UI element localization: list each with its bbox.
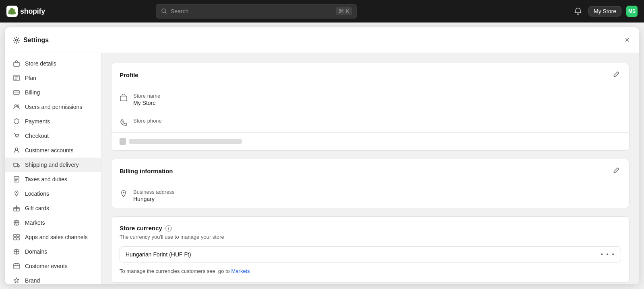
search-box[interactable]: Search ⌘ K (156, 4, 357, 18)
sidebar-item-apps-label: Apps and sales channels (25, 234, 88, 240)
sidebar-item-shipping-delivery[interactable]: ➤ Shipping and delivery (5, 158, 101, 172)
svg-point-12 (14, 166, 16, 168)
sidebar-item-gift-cards[interactable]: Gift cards (5, 201, 101, 215)
main-content: Profile Store name My S (101, 53, 639, 284)
store-phone-content: Store phone (133, 118, 162, 125)
info-icon[interactable]: i (165, 225, 172, 232)
gift-cards-icon (13, 205, 20, 212)
sidebar-item-plan[interactable]: Plan (5, 71, 101, 85)
currency-footer: To manage the currencies customers see, … (120, 268, 621, 274)
sidebar-item-store-details-label: Store details (25, 60, 56, 67)
sidebar-item-markets[interactable]: Markets (5, 215, 101, 230)
sidebar-item-customer-events-label: Customer events (25, 263, 68, 269)
store-name-value: My Store (133, 100, 160, 106)
email-value-blurred (129, 139, 242, 144)
notifications-button[interactable] (572, 6, 584, 17)
svg-rect-19 (17, 234, 19, 237)
svg-point-13 (18, 166, 19, 168)
dialog-close-button[interactable]: × (623, 34, 631, 46)
svg-point-6 (15, 105, 17, 107)
settings-icon (13, 37, 20, 44)
svg-rect-5 (14, 90, 19, 94)
currency-footer-text: To manage the currencies customers see, … (120, 268, 230, 274)
search-container: Search ⌘ K (156, 4, 357, 18)
billing-card-header: Billing information (111, 159, 629, 183)
apps-icon (13, 234, 20, 241)
store-details-icon (13, 60, 20, 67)
sidebar-item-customer-accounts[interactable]: Customer accounts (5, 143, 101, 158)
profile-edit-button[interactable] (611, 70, 621, 80)
sidebar-item-customer-accounts-label: Customer accounts (25, 147, 74, 154)
sidebar-item-markets-label: Markets (25, 219, 45, 226)
main-layout: Settings × Store details Plan (0, 23, 644, 289)
sidebar-item-brand-label: Brand (25, 277, 40, 284)
business-address-content: Business address Hungary (133, 189, 175, 202)
locations-icon (13, 190, 20, 197)
sidebar-item-users-permissions[interactable]: Users and permissions (5, 100, 101, 114)
email-row-blurred (111, 132, 629, 150)
payments-icon (13, 118, 20, 125)
markets-icon (13, 219, 20, 226)
sidebar-item-brand[interactable]: Brand (5, 273, 101, 284)
sidebar-item-gift-cards-label: Gift cards (25, 205, 49, 211)
checkout-icon (13, 132, 20, 139)
sidebar-item-plan-label: Plan (25, 75, 36, 81)
search-shortcut: ⌘ K (336, 7, 352, 15)
store-phone-label: Store phone (133, 118, 162, 124)
sidebar-item-domains-label: Domains (25, 248, 47, 255)
svg-point-10 (15, 148, 18, 150)
sidebar-item-payments[interactable]: Payments (5, 114, 101, 129)
billing-info-card: Billing information Business address (111, 159, 630, 208)
users-icon (13, 103, 20, 111)
sidebar-item-shipping-label: Shipping and delivery (25, 162, 79, 168)
billing-icon (13, 89, 20, 96)
sidebar-item-taxes-duties[interactable]: Taxes and duties (5, 172, 101, 187)
svg-point-8 (16, 137, 17, 138)
svg-rect-3 (14, 62, 19, 66)
sidebar-item-locations[interactable]: Locations (5, 187, 101, 201)
customer-accounts-icon (13, 147, 20, 154)
store-switcher-button[interactable]: My Store (588, 6, 621, 16)
sidebar-item-billing-label: Billing (25, 89, 40, 96)
currency-value: Hungarian Forint (HUF Ft) (126, 251, 191, 258)
svg-point-25 (123, 192, 124, 193)
profile-title: Profile (120, 72, 138, 78)
sidebar-item-checkout[interactable]: Checkout (5, 129, 101, 143)
store-name-label: Store name (133, 93, 160, 99)
svg-point-7 (17, 105, 19, 107)
bell-icon (574, 7, 582, 15)
pencil-icon (613, 71, 619, 78)
shipping-icon (13, 161, 20, 168)
svg-rect-21 (17, 238, 19, 240)
store-name-content: Store name My Store (133, 93, 160, 106)
store-name-icon (120, 94, 128, 102)
store-name-row: Store name My Store (111, 87, 629, 112)
sidebar-item-checkout-label: Checkout (25, 133, 49, 139)
svg-rect-24 (120, 96, 127, 101)
currency-title: Store currency i (120, 225, 621, 232)
dialog-title: Settings (13, 37, 49, 44)
sidebar-item-domains[interactable]: Domains (5, 244, 101, 259)
pencil-icon-billing (613, 167, 619, 174)
sidebar-item-store-details[interactable]: Store details (5, 56, 101, 71)
svg-rect-20 (14, 238, 16, 240)
search-icon (161, 8, 167, 14)
sidebar-item-apps-sales-channels[interactable]: Apps and sales channels (5, 230, 101, 244)
sidebar-item-customer-events[interactable]: Customer events (5, 259, 101, 273)
sidebar-item-locations-label: Locations (25, 191, 49, 197)
billing-edit-button[interactable] (611, 166, 621, 176)
store-name: My Store (594, 8, 616, 14)
store-phone-row: Store phone (111, 112, 629, 132)
sidebar-item-taxes-label: Taxes and duties (25, 176, 67, 182)
dialog-header: Settings × (5, 27, 639, 53)
domains-icon (13, 248, 20, 255)
business-address-value: Hungary (133, 196, 175, 202)
currency-select[interactable]: Hungarian Forint (HUF Ft) • • • (120, 246, 621, 262)
brand-icon (13, 277, 20, 284)
sidebar-item-payments-label: Payments (25, 118, 50, 125)
svg-rect-18 (14, 234, 16, 237)
dialog-title-text: Settings (23, 37, 49, 44)
sidebar-item-billing[interactable]: Billing (5, 85, 101, 100)
settings-sidebar: Store details Plan Billing (5, 53, 101, 284)
markets-link[interactable]: Markets (231, 268, 250, 274)
